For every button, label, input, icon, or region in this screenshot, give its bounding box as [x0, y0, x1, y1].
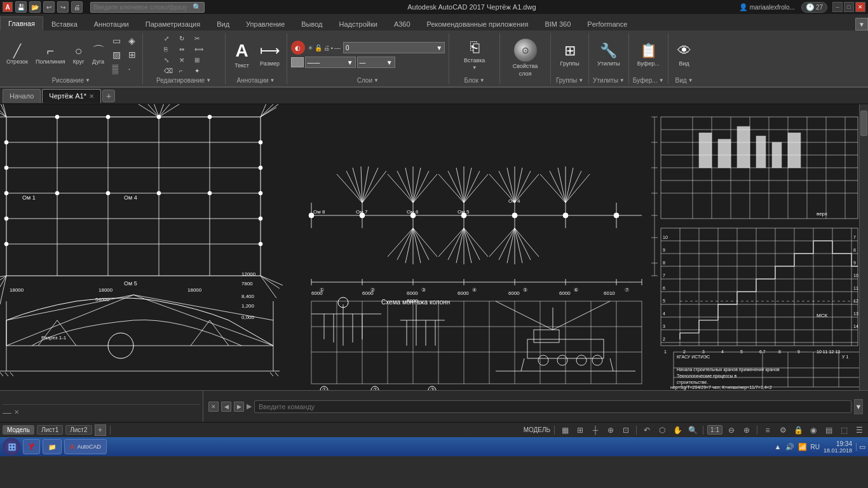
start-button[interactable]: ⊞	[3, 438, 20, 456]
groups-btn[interactable]: ⊞ Группы	[558, 41, 582, 68]
hardware-btn[interactable]: ▤	[822, 424, 835, 436]
viewcube-btn[interactable]: ⬡	[656, 424, 668, 436]
tab-annotations[interactable]: Аннотации	[86, 17, 137, 30]
model-tab[interactable]: Модель	[3, 425, 34, 435]
tab-addons[interactable]: Надстройки	[331, 17, 386, 30]
new-sheet-btn[interactable]: +	[95, 424, 106, 436]
zoom-ratio[interactable]: 1:1	[707, 425, 722, 435]
search-input[interactable]	[93, 4, 193, 11]
linetype-dropdown[interactable]: —— ▼	[305, 57, 356, 68]
maximize-btn[interactable]: □	[844, 2, 854, 12]
taskbar-app-explorer[interactable]: 📁	[43, 439, 62, 454]
command-prompt-input[interactable]	[254, 400, 851, 413]
network-icon[interactable]: 📶	[798, 443, 807, 451]
scale-btn[interactable]: ⤧	[177, 55, 191, 65]
tab-output[interactable]: Вывод	[293, 17, 330, 30]
mirror-btn[interactable]: ⇔	[177, 44, 191, 54]
tab-a360[interactable]: A360	[386, 17, 419, 30]
fillet-btn[interactable]: ⌐	[177, 66, 191, 76]
taskbar-clock[interactable]: 19:34 18.01.2018	[824, 440, 852, 454]
array-btn[interactable]: ⊞	[192, 55, 206, 65]
color-swatch-white[interactable]	[291, 57, 304, 67]
lineweight-dropdown[interactable]: — ▼	[357, 57, 395, 68]
tab-view[interactable]: Вид	[208, 17, 238, 30]
erase-btn[interactable]: ⌫	[161, 66, 175, 76]
tab-home[interactable]: Начало	[3, 89, 41, 103]
cmd-scroll-down[interactable]: ▼	[854, 399, 863, 414]
osnap-btn[interactable]: ⊡	[620, 424, 632, 436]
grid-btn[interactable]: ▦	[559, 424, 571, 436]
tab-drawing-close[interactable]: ✕	[89, 93, 94, 100]
tab-parametrize[interactable]: Параметризация	[137, 17, 208, 30]
right-scrollbar[interactable]	[859, 104, 868, 390]
customize-btn[interactable]: ☰	[853, 424, 865, 436]
extend-btn[interactable]: ⟺	[192, 44, 206, 54]
tab-performance[interactable]: Performance	[579, 17, 635, 30]
dimension-btn[interactable]: ⟼ Размер	[257, 41, 283, 68]
stretch-btn[interactable]: ⤡	[161, 55, 175, 65]
right-scroll-thumb[interactable]	[860, 111, 867, 136]
move-btn[interactable]: ⤢	[161, 34, 175, 43]
region-btn[interactable]: ◈	[126, 34, 139, 47]
layer-dropdown[interactable]: 0 ▼	[343, 42, 445, 53]
utilities-btn[interactable]: 🔧 Утилиты	[595, 41, 623, 68]
properties-btn[interactable]: ⊙ Свойства слоя	[510, 37, 541, 78]
tab-home[interactable]: Главная	[0, 17, 43, 30]
tab-drawing[interactable]: Чертёж A1* ✕	[42, 89, 101, 103]
close-btn[interactable]: ✕	[855, 2, 865, 12]
taskbar-app-autocad[interactable]: A AutoCAD	[64, 439, 107, 454]
show-desktop-btn[interactable]: ▭	[856, 443, 865, 451]
drawing-area[interactable]: -][Сверху][2D каркас]	[0, 104, 868, 390]
cmd-search-btn[interactable]: ✕	[208, 402, 219, 412]
zoom-btn[interactable]: 🔍	[686, 424, 699, 436]
lang-indicator[interactable]: RU	[811, 444, 820, 451]
zoom-in-btn[interactable]: ⊕	[740, 424, 753, 436]
taskbar-app-y[interactable]: Y	[23, 439, 40, 454]
lock-btn[interactable]: 🔒	[792, 424, 804, 436]
clean-screen-btn[interactable]: ⬚	[837, 424, 850, 436]
ortho-btn[interactable]: ┼	[589, 424, 602, 436]
layer-color-btn[interactable]: ◐	[291, 41, 305, 55]
points-btn[interactable]: ·	[126, 62, 139, 75]
tab-manage[interactable]: Управление	[238, 17, 293, 30]
speaker-icon[interactable]: 🔊	[785, 443, 794, 451]
tab-bim360[interactable]: BIM 360	[536, 17, 579, 30]
polyline-btn[interactable]: ⌐ Полилиния	[33, 43, 68, 66]
insert-btn[interactable]: ⎗ Вставка ▼	[461, 37, 487, 72]
sheet1-tab[interactable]: Лист1	[37, 425, 63, 435]
isolate-btn[interactable]: ◉	[807, 424, 820, 436]
rect-btn[interactable]: ▭	[110, 34, 123, 47]
table-btn[interactable]: ⊞	[126, 48, 139, 61]
circle-btn[interactable]: ○ Круг	[71, 43, 87, 66]
undo-btn[interactable]: ↩	[43, 1, 55, 13]
save-btn[interactable]: 💾	[15, 1, 27, 13]
open-btn[interactable]: 📂	[29, 1, 41, 13]
hatch-btn[interactable]: ▨	[110, 48, 123, 61]
annotation-scale-btn[interactable]: ≡	[761, 424, 774, 436]
tab-recommended[interactable]: Рекомендованные приложения	[419, 17, 537, 30]
snap-btn[interactable]: ⊞	[574, 424, 587, 436]
text-btn[interactable]: A Текст	[229, 39, 255, 70]
trim-btn[interactable]: ✂	[192, 34, 206, 43]
taskbar-arrow[interactable]: ▲	[775, 443, 782, 451]
app-icon-btn[interactable]: A	[3, 2, 13, 12]
view-btn[interactable]: 👁 Вид	[675, 41, 694, 68]
polar-btn[interactable]: ⊕	[604, 424, 617, 436]
line-btn[interactable]: ╱ Отрезок	[4, 43, 31, 66]
tab-insert[interactable]: Вставка	[43, 17, 86, 30]
workspace-btn[interactable]: ⚙	[776, 424, 789, 436]
rotate-btn[interactable]: ↻	[177, 34, 191, 43]
copy-btn[interactable]: ⎘	[161, 44, 175, 54]
zoom-out-btn[interactable]: ⊖	[725, 424, 738, 436]
ribbon-options-btn[interactable]: ▼	[855, 18, 868, 30]
pan-btn[interactable]: ✋	[671, 424, 684, 436]
cmd-back-btn[interactable]: ◀	[221, 402, 231, 412]
cmd-fwd-btn[interactable]: ▶	[234, 402, 244, 412]
arc-btn[interactable]: ⌒ Дуга	[90, 43, 107, 66]
print-btn[interactable]: 🖨	[71, 1, 83, 13]
redo-btn[interactable]: ↪	[57, 1, 69, 13]
gradient-btn[interactable]: ▒	[110, 62, 123, 75]
sheet2-tab[interactable]: Лист2	[65, 425, 92, 435]
tab-new-btn[interactable]: +	[102, 90, 115, 102]
orbit-btn[interactable]: ↶	[641, 424, 653, 436]
